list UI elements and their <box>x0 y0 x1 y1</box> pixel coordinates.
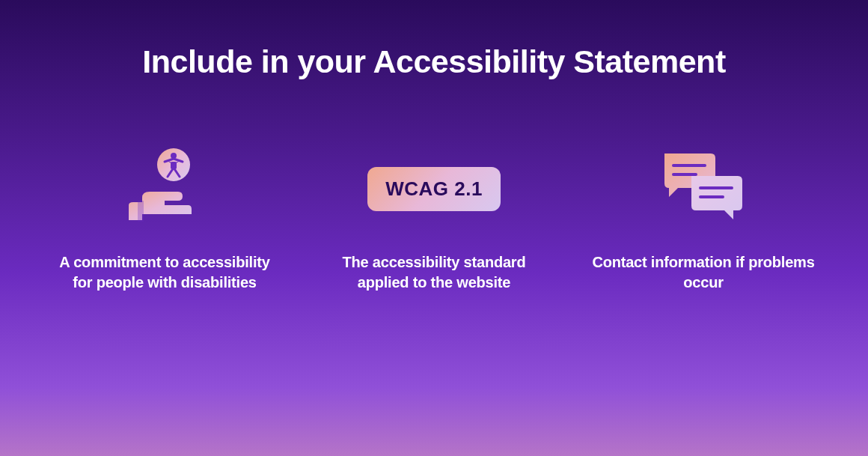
wcag-badge-text: WCAG 2.1 <box>367 167 501 211</box>
hand-accessibility-icon <box>120 140 210 237</box>
page-title: Include in your Accessibility Statement <box>0 0 868 80</box>
feature-caption: A commitment to accessibility for people… <box>52 252 277 293</box>
feature-caption: Contact information if problems occur <box>591 252 816 293</box>
feature-standard: WCAG 2.1 The accessibility standard appl… <box>314 140 554 293</box>
feature-columns: A commitment to accessibility for people… <box>0 80 868 293</box>
chat-bubbles-icon <box>658 140 748 237</box>
feature-commitment: A commitment to accessibility for people… <box>45 140 284 293</box>
wcag-badge-icon: WCAG 2.1 <box>367 140 501 237</box>
svg-rect-3 <box>138 201 144 222</box>
feature-caption: The accessibility standard applied to th… <box>322 252 546 293</box>
feature-contact: Contact information if problems occur <box>584 140 823 293</box>
